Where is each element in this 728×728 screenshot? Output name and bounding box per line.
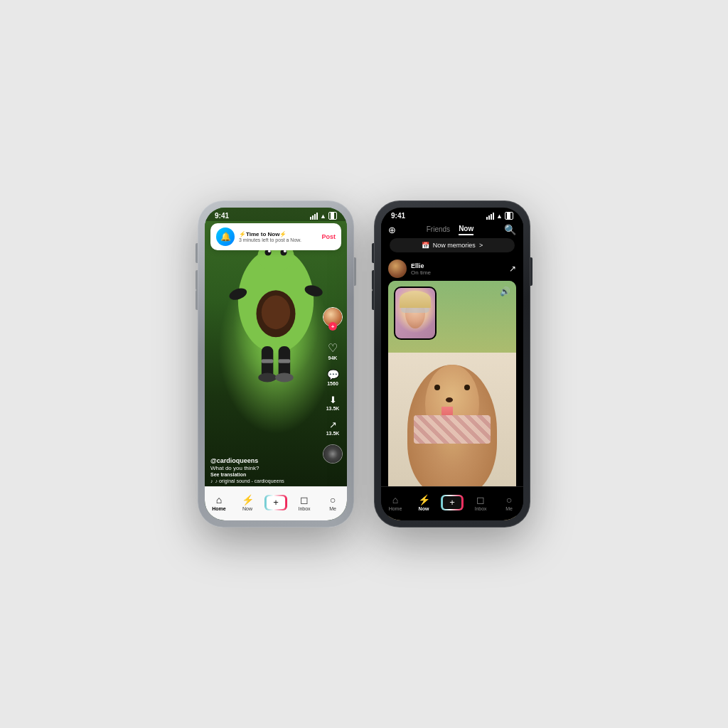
profile-icon-right: ○ <box>506 494 512 505</box>
create-button-right[interactable]: + <box>441 495 464 510</box>
nav-me-label-left: Me <box>329 506 336 511</box>
nav-inbox-label-right: Inbox <box>474 506 486 511</box>
inbox-icon-right: ◻ <box>476 494 485 505</box>
svg-point-15 <box>258 373 277 382</box>
sound-icon[interactable]: 🔊 <box>500 287 510 296</box>
nav-now-left[interactable]: ⚡ Now <box>233 494 262 511</box>
nav-inbox-left[interactable]: ◻ Inbox <box>290 494 318 511</box>
share-count: 13.5K <box>326 431 340 436</box>
nav-now-label-right: Now <box>419 506 429 511</box>
video-caption: What do you think? <box>210 465 311 471</box>
post-header: Ellie On time ↗ <box>381 257 523 281</box>
follow-plus-button[interactable]: + <box>328 322 337 331</box>
nav-me-label-right: Me <box>505 506 513 511</box>
now-icon-left: ⚡ <box>242 494 254 505</box>
post-timing: On time <box>411 269 505 276</box>
nav-inbox-label-left: Inbox <box>298 506 310 511</box>
header-tabs: Friends Now <box>427 225 473 235</box>
like-count: 94K <box>328 355 338 360</box>
home-icon-right: ⌂ <box>392 494 398 505</box>
post-username: Ellie <box>411 262 505 269</box>
nav-me-right[interactable]: ○ Me <box>495 494 523 511</box>
home-icon-left: ⌂ <box>216 494 222 505</box>
notification-app-icon: 🔔 <box>216 228 235 246</box>
post-user-info: Ellie On time <box>411 262 505 276</box>
wifi-icon-right: ▲ <box>496 213 503 220</box>
selfie-face <box>395 288 435 338</box>
nav-now-right[interactable]: ⚡ Now <box>410 494 438 511</box>
nav-me-left[interactable]: ○ Me <box>318 494 347 511</box>
video-info-overlay: @cardioqueens What do you think? See tra… <box>210 457 311 483</box>
notification-body: 3 minutes left to post a Now. <box>239 237 317 242</box>
creator-avatar-container[interactable]: + <box>323 307 343 327</box>
tab-now[interactable]: Now <box>459 225 473 235</box>
now-icon-right: ⚡ <box>418 494 430 505</box>
calendar-icon: 📅 <box>422 242 429 249</box>
see-translation-link[interactable]: See translation <box>210 472 311 477</box>
battery-icon-right: ▊ <box>505 212 513 220</box>
video-content <box>212 264 340 350</box>
bookmark-icon: ⬇ <box>329 395 337 405</box>
phone-left: 9:41 ▲ ▊ 🔔 <box>198 200 354 528</box>
comment-button[interactable]: 💬 1560 <box>327 369 339 386</box>
notification-action[interactable]: Post <box>321 233 336 240</box>
svg-point-16 <box>275 373 294 382</box>
post-user-avatar[interactable] <box>388 259 407 278</box>
phone-right: 9:41 ▲ ▊ ⊕ <box>374 200 530 528</box>
status-time-left: 9:41 <box>215 212 229 220</box>
search-icon-right[interactable]: 🔍 <box>504 224 516 235</box>
nav-create-right[interactable]: + <box>438 495 466 510</box>
create-plus-icon-left: + <box>267 496 285 509</box>
tab-friends[interactable]: Friends <box>427 225 450 235</box>
inbox-icon-left: ◻ <box>300 494 309 505</box>
tiktok-feed-screen: 9:41 ▲ ▊ 🔔 <box>205 208 347 520</box>
battery-icon-left: ▊ <box>328 212 337 220</box>
video-sound-info: ♪ ♪ original sound - cardioqueens <box>210 478 311 483</box>
status-bar-left: 9:41 ▲ ▊ <box>205 208 347 221</box>
save-button[interactable]: ⬇ 13.5K <box>326 395 340 411</box>
svg-point-2 <box>262 296 290 330</box>
add-friend-icon[interactable]: ⊕ <box>388 225 396 235</box>
avocado-illustration <box>219 229 333 385</box>
notification-title: ⚡Time to Now⚡ <box>239 231 317 237</box>
memories-label: Now memories <box>433 242 476 249</box>
signal-bars-right <box>486 213 494 220</box>
nav-home-left[interactable]: ⌂ Home <box>205 494 233 511</box>
selfie-overlay <box>394 287 437 340</box>
notification-text: ⚡Time to Now⚡ 3 minutes left to post a N… <box>239 231 317 242</box>
notification-banner[interactable]: 🔔 ⚡Time to Now⚡ 3 minutes left to post a… <box>210 223 341 250</box>
sound-name: ♪ original sound - cardioqueens <box>215 478 284 483</box>
share-button[interactable]: ↗ 13.5K <box>326 419 340 436</box>
share-icon: ↗ <box>329 419 337 430</box>
sound-disc <box>323 444 343 464</box>
nav-inbox-right[interactable]: ◻ Inbox <box>466 494 495 511</box>
nav-home-label-left: Home <box>212 506 225 511</box>
memories-chevron-icon: > <box>479 242 483 249</box>
status-icons-left: ▲ ▊ <box>310 212 337 220</box>
create-plus-icon-right: + <box>443 496 461 509</box>
heart-icon: ♡ <box>328 341 338 355</box>
now-media-container: 🔊 4:11:24 ♡ 💬 <box>388 281 516 520</box>
comment-count: 1560 <box>327 381 338 386</box>
svg-rect-17 <box>262 359 274 363</box>
phone-left-screen: 9:41 ▲ ▊ 🔔 <box>205 208 347 520</box>
create-button-left[interactable]: + <box>264 495 287 510</box>
post-share-icon[interactable]: ↗ <box>509 264 516 274</box>
phones-container: 9:41 ▲ ▊ 🔔 <box>198 200 530 528</box>
right-action-buttons: + ♡ 94K 💬 1560 ⬇ 13.5K ↗ <box>323 307 343 464</box>
phone-right-screen: 9:41 ▲ ▊ ⊕ <box>381 208 523 520</box>
nav-home-right[interactable]: ⌂ Home <box>381 494 410 511</box>
music-note-icon: ♪ <box>210 478 213 483</box>
bottom-nav-right: ⌂ Home ⚡ Now + ◻ Inbox <box>381 486 523 520</box>
status-icons-right: ▲ ▊ <box>486 212 513 220</box>
now-header: ⊕ Friends Now 🔍 <box>381 221 523 238</box>
now-memories-bar[interactable]: 📅 Now memories > <box>390 238 515 252</box>
nav-home-label-right: Home <box>389 506 402 511</box>
video-username: @cardioqueens <box>210 457 311 464</box>
nav-now-label-left: Now <box>242 506 252 511</box>
nav-create-left[interactable]: + <box>262 495 290 510</box>
status-time-right: 9:41 <box>391 212 405 220</box>
like-button[interactable]: ♡ 94K <box>328 341 338 360</box>
status-bar-right: 9:41 ▲ ▊ <box>381 208 523 221</box>
profile-icon-left: ○ <box>330 494 336 505</box>
